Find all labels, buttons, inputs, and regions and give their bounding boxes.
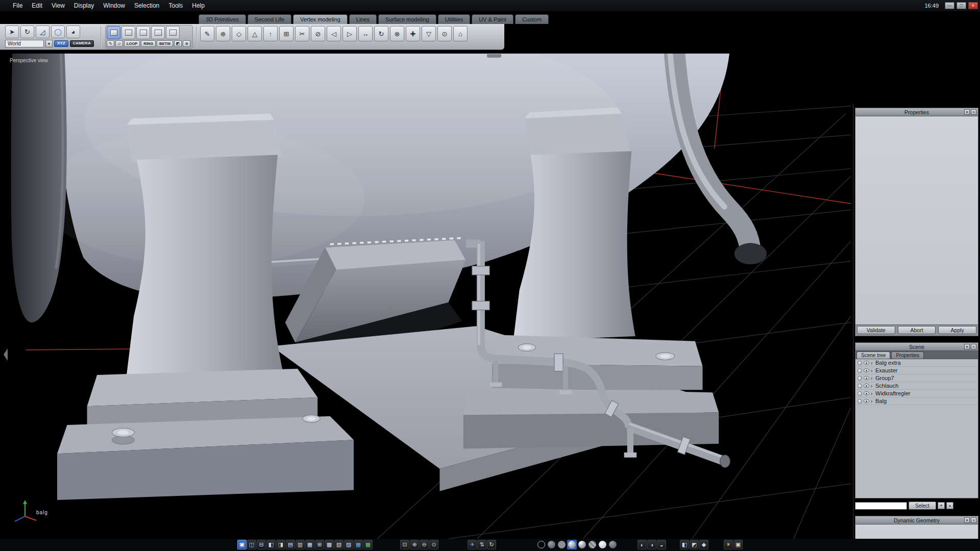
layout-3-top-icon[interactable]: ▤ xyxy=(286,540,295,549)
vm-tool-10-icon[interactable]: ▷ xyxy=(342,26,357,41)
vertex-mode-icon[interactable] xyxy=(107,26,120,39)
display-shiny-icon[interactable] xyxy=(598,540,607,549)
vm-tool-12-icon[interactable]: ↻ xyxy=(374,26,388,41)
select-arrow-icon[interactable]: ➤ xyxy=(5,26,19,38)
scene-filter-input[interactable] xyxy=(855,502,907,510)
expand-arrow-icon[interactable]: › xyxy=(871,360,874,366)
material-toggle-icon[interactable] xyxy=(857,376,862,381)
scene-tree-item[interactable]: › Exauster xyxy=(855,367,978,374)
tab-vertex-modeling[interactable]: Vertex modeling xyxy=(293,14,348,24)
collapse-panel-icon[interactable]: ▾ xyxy=(964,517,970,523)
dome-view-icon[interactable]: ◕ xyxy=(66,26,80,38)
betw-button[interactable]: BETW xyxy=(157,40,173,47)
vm-tool-11-icon[interactable]: ↔ xyxy=(358,26,373,41)
face-mode-icon[interactable] xyxy=(136,26,150,39)
material-toggle-icon[interactable] xyxy=(857,399,862,404)
display-wireframe-icon[interactable] xyxy=(536,540,546,549)
soft-selection-icon[interactable] xyxy=(166,26,180,39)
shade-others-icon[interactable]: ◑ xyxy=(647,540,656,549)
collapse-panel-icon[interactable]: ▾ xyxy=(964,344,970,349)
visibility-toggle-icon[interactable] xyxy=(864,361,869,365)
close-panel-icon[interactable]: × xyxy=(971,344,976,349)
edge-mode-icon[interactable] xyxy=(121,26,135,39)
vm-tool-17-icon[interactable]: ⌂ xyxy=(453,26,468,41)
apply-button[interactable]: Apply xyxy=(938,326,976,334)
vm-tool-4-icon[interactable]: △ xyxy=(248,26,262,41)
paint-selection-icon[interactable]: ▱ xyxy=(115,40,123,47)
layout-3-left-icon[interactable]: ◧ xyxy=(266,540,276,549)
vm-tool-14-icon[interactable]: ✚ xyxy=(406,26,420,41)
menu-edit[interactable]: Edit xyxy=(27,1,47,10)
tab-scene-properties[interactable]: Properties xyxy=(891,352,924,359)
light-icon[interactable]: ☀ xyxy=(724,540,733,549)
material-toggle-icon[interactable] xyxy=(857,384,862,388)
sync-selection-icon[interactable]: ⊕ xyxy=(183,40,190,47)
shade-all-icon[interactable]: ◒ xyxy=(657,540,666,549)
layout-3-bottom-icon[interactable]: ▥ xyxy=(296,540,305,549)
abort-button[interactable]: Abort xyxy=(898,326,936,334)
vm-tool-2-icon[interactable]: ⊕ xyxy=(216,26,230,41)
visibility-toggle-icon[interactable] xyxy=(864,376,869,380)
rotate-view-icon[interactable]: ↻ xyxy=(20,26,34,38)
visibility-toggle-icon[interactable] xyxy=(864,384,869,388)
vm-tool-9-icon[interactable]: ◁ xyxy=(327,26,341,41)
visibility-toggle-icon[interactable] xyxy=(864,391,869,395)
close-panel-icon[interactable]: × xyxy=(971,109,976,115)
display-smooth-wire-icon[interactable] xyxy=(577,540,587,549)
layout-2-horizontal-icon[interactable]: ◫ xyxy=(247,540,256,549)
scene-tree-item[interactable]: › Schlauch xyxy=(855,382,978,390)
menu-window[interactable]: Window xyxy=(99,1,130,10)
vm-tool-16-icon[interactable]: ⊙ xyxy=(437,26,452,41)
layout-3-right-icon[interactable]: ◨ xyxy=(276,540,285,549)
visibility-toggle-icon[interactable] xyxy=(864,399,869,403)
zoom-in-icon[interactable]: ⊙ xyxy=(429,540,438,549)
visibility-toggle-icon[interactable] xyxy=(864,368,869,372)
layout-single-view-icon[interactable]: ▣ xyxy=(237,540,247,549)
minimize-button[interactable]: ― xyxy=(945,2,954,9)
collapse-panel-icon[interactable]: ▾ xyxy=(964,109,970,115)
walk-mode-icon[interactable]: ⇅ xyxy=(477,540,486,549)
vm-tool-8-icon[interactable]: ⊘ xyxy=(311,26,325,41)
display-default-icon[interactable] xyxy=(608,540,618,549)
display-textured-icon[interactable] xyxy=(587,540,597,549)
turntable-icon[interactable]: ↻ xyxy=(487,540,496,549)
material-toggle-icon[interactable] xyxy=(857,368,862,373)
close-button[interactable]: × xyxy=(968,2,978,9)
expand-arrow-icon[interactable]: › xyxy=(871,391,874,396)
tab-surface-modeling[interactable]: Surface modeling xyxy=(378,14,436,24)
tab-lines[interactable]: Lines xyxy=(349,14,377,24)
edit-selection-icon[interactable]: ✎ xyxy=(107,40,114,47)
layout-quad-icon[interactable]: ⊞ xyxy=(315,540,324,549)
grow-selection-icon[interactable]: ◩ xyxy=(174,40,182,47)
zoom-out-icon[interactable]: ⊖ xyxy=(420,540,429,549)
perspective-viewport[interactable]: Perspective view xyxy=(4,54,851,539)
material-toggle-icon[interactable] xyxy=(857,361,862,365)
menu-tools[interactable]: Tools xyxy=(164,1,187,10)
vm-tool-1-icon[interactable]: ✎ xyxy=(200,26,214,41)
layout-2-vertical-icon[interactable]: ⊟ xyxy=(257,540,266,549)
menu-display[interactable]: Display xyxy=(69,1,99,10)
tab-3d-primitives[interactable]: 3D Primitives xyxy=(199,14,246,24)
menu-selection[interactable]: Selection xyxy=(130,1,164,10)
select-button[interactable]: Select xyxy=(909,502,936,510)
object-mode-icon[interactable] xyxy=(151,26,165,39)
xyz-button[interactable]: XYZ xyxy=(54,40,68,47)
loop-button[interactable]: LOOP xyxy=(124,40,140,47)
expand-arrow-icon[interactable]: › xyxy=(871,398,874,404)
grid-snap-icon[interactable]: ▦ xyxy=(354,540,363,549)
tab-custom[interactable]: Custom xyxy=(515,14,549,24)
vm-tool-5-icon[interactable]: ↑ xyxy=(263,26,278,41)
camera-button[interactable]: CAMERA xyxy=(70,40,94,47)
menu-help[interactable]: Help xyxy=(187,1,209,10)
display-hidden-line-icon[interactable] xyxy=(547,540,556,549)
validate-button[interactable]: Validate xyxy=(857,326,895,334)
merge-objects-icon[interactable]: ◩ xyxy=(690,540,699,549)
tab-utilities[interactable]: Utilities xyxy=(438,14,470,24)
menu-view[interactable]: View xyxy=(47,1,69,10)
vm-tool-7-icon[interactable]: ✂ xyxy=(295,26,309,41)
tab-uv-paint[interactable]: UV & Paint xyxy=(472,14,513,24)
fly-mode-icon[interactable]: ✈ xyxy=(468,540,477,549)
shade-selected-icon[interactable]: ◐ xyxy=(638,540,647,549)
vm-tool-3-icon[interactable]: ◇ xyxy=(232,26,246,41)
scene-tree-item[interactable]: › Widkraftregler xyxy=(855,390,978,397)
